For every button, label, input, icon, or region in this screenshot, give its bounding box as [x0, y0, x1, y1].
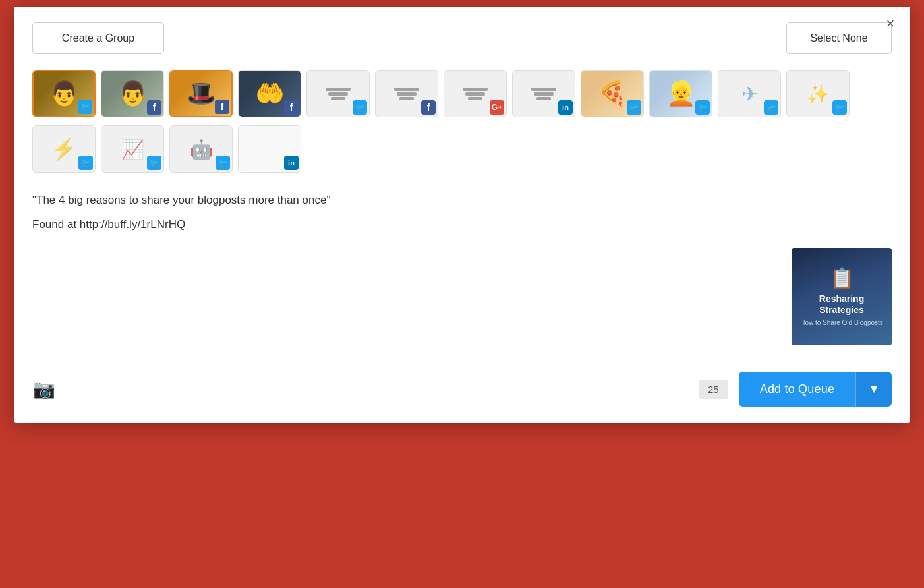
select-none-button[interactable]: Select None: [786, 22, 892, 54]
account-icon[interactable]: 👱 🐦: [649, 70, 712, 117]
create-group-button[interactable]: Create a Group: [32, 22, 164, 54]
accounts-grid-row2: ⚡ 🐦 📈 🐦 🤖 🐦 in: [32, 125, 892, 173]
top-row: Create a Group Select None: [32, 22, 892, 54]
facebook-badge: f: [215, 100, 229, 114]
sparkle-icon: ✨: [807, 83, 830, 105]
linkedin-badge: in: [284, 156, 299, 170]
accounts-grid: 👨 🐦 👨 f 🎩 f 🤲 f: [32, 70, 892, 117]
layers-icon: [463, 88, 488, 100]
twitter-badge: 🐦: [147, 156, 161, 170]
linkedin-badge: in: [558, 100, 573, 115]
account-icon[interactable]: 🍕 🐦: [581, 70, 644, 117]
bot-icon: 🤖: [190, 138, 213, 160]
account-icon[interactable]: ⚡ 🐦: [32, 125, 96, 173]
facebook-badge: f: [421, 100, 436, 115]
twitter-badge: 🐦: [78, 100, 92, 114]
thumbnail-wrapper: 📋 Resharing Strategies How to Share Old …: [32, 248, 892, 345]
bolt-icon: ⚡: [51, 136, 77, 162]
account-icon[interactable]: ✈ 🐦: [718, 70, 781, 117]
account-icon[interactable]: 👨 f: [101, 70, 164, 117]
account-icon[interactable]: in: [238, 125, 301, 173]
page-background: × Create a Group Select None 👨 🐦 👨 f 🎩 f: [0, 0, 924, 588]
twitter-badge: 🐦: [627, 100, 641, 115]
facebook-badge: f: [284, 100, 299, 115]
thumbnail-title: Resharing Strategies: [799, 293, 884, 316]
layers-icon: [531, 88, 556, 100]
character-count: 25: [699, 380, 728, 399]
layers-icon: [326, 88, 351, 100]
camera-icon: 📷: [32, 378, 55, 400]
content-line-2: Found at http://buff.ly/1rLNrHQ: [32, 216, 892, 235]
paper-plane-icon: ✈: [741, 82, 758, 105]
add-to-queue-button[interactable]: Add to Queue: [739, 372, 856, 407]
account-icon[interactable]: 🤲 f: [238, 70, 301, 117]
layers-icon: [394, 88, 419, 100]
twitter-badge: 🐦: [764, 100, 778, 115]
twitter-badge: 🐦: [78, 156, 93, 170]
account-icon[interactable]: f: [375, 70, 438, 117]
google-badge: G+: [490, 100, 504, 115]
add-to-queue-group: Add to Queue ▼: [739, 372, 892, 407]
account-icon[interactable]: in: [512, 70, 575, 117]
chart-icon: 📈: [121, 138, 144, 160]
facebook-badge: f: [147, 100, 161, 115]
account-icon[interactable]: 🐦: [306, 70, 370, 117]
close-button[interactable]: ×: [880, 13, 901, 34]
twitter-badge: 🐦: [353, 100, 367, 115]
content-text-area: "The 4 big reasons to share your blogpos…: [32, 191, 892, 235]
thumbnail-subtitle: How to Share Old Blogposts: [800, 318, 883, 327]
thumbnail-image: 📋 Resharing Strategies How to Share Old …: [792, 248, 892, 345]
account-icon[interactable]: 🤖 🐦: [169, 125, 233, 173]
account-icon[interactable]: 🎩 f: [169, 70, 233, 117]
account-icon[interactable]: 📈 🐦: [101, 125, 164, 173]
twitter-badge: 🐦: [695, 100, 710, 115]
camera-button[interactable]: 📷: [32, 378, 55, 400]
thumbnail-icon: 📋: [830, 266, 854, 289]
twitter-badge: 🐦: [832, 100, 847, 115]
account-icon[interactable]: ✨ 🐦: [786, 70, 850, 117]
chevron-down-icon: ▼: [868, 382, 880, 396]
right-controls: 25 Add to Queue ▼: [699, 372, 892, 407]
modal-dialog: × Create a Group Select None 👨 🐦 👨 f 🎩 f: [14, 7, 910, 423]
content-line-1: "The 4 big reasons to share your blogpos…: [32, 191, 892, 210]
account-icon[interactable]: G+: [444, 70, 507, 117]
add-to-queue-dropdown-button[interactable]: ▼: [855, 372, 892, 407]
twitter-badge: 🐦: [216, 156, 230, 170]
bottom-row: 📷 25 Add to Queue ▼: [32, 372, 892, 407]
account-icon[interactable]: 👨 🐦: [32, 70, 96, 117]
